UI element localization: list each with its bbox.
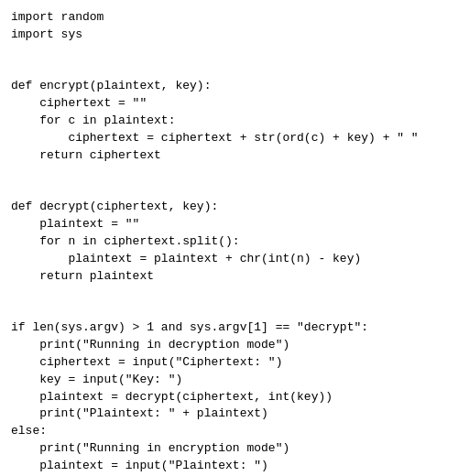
code-viewer: import randomimport sys​​def encrypt(pla… bbox=[0, 0, 458, 476]
code-line: ciphertext = "" bbox=[11, 95, 447, 113]
code-line: ​ bbox=[11, 165, 447, 182]
code-line: def encrypt(plaintext, key): bbox=[11, 78, 447, 95]
code-line: ciphertext = ciphertext + str(ord(c) + k… bbox=[11, 130, 447, 147]
code-line: print("Plaintext: " + plaintext) bbox=[11, 406, 447, 423]
code-line: ​ bbox=[11, 302, 447, 319]
code-line: import random bbox=[11, 9, 447, 27]
code-line: if len(sys.argv) > 1 and sys.argv[1] == … bbox=[11, 319, 447, 337]
code-line: plaintext = input("Plaintext: ") bbox=[11, 458, 447, 475]
code-line: for n in ciphertext.split(): bbox=[11, 233, 447, 251]
code-line: for c in plaintext: bbox=[11, 113, 447, 130]
code-line: def decrypt(ciphertext, key): bbox=[11, 199, 447, 216]
code-line: plaintext = "" bbox=[11, 216, 447, 233]
code-line: ​ bbox=[11, 286, 447, 303]
code-line: ​ bbox=[11, 44, 447, 61]
code-line: ​ bbox=[11, 181, 447, 199]
code-line: import sys bbox=[11, 27, 447, 44]
code-line: return plaintext bbox=[11, 268, 447, 286]
code-line: plaintext = plaintext + chr(int(n) - key… bbox=[11, 251, 447, 268]
code-line: ​ bbox=[11, 61, 447, 79]
code-line: print("Running in decryption mode") bbox=[11, 337, 447, 354]
code-line: print("Running in encryption mode") bbox=[11, 440, 447, 458]
code-line: ciphertext = input("Ciphertext: ") bbox=[11, 354, 447, 372]
code-line: return ciphertext bbox=[11, 147, 447, 165]
code-line: plaintext = decrypt(ciphertext, int(key)… bbox=[11, 389, 447, 406]
code-line: else: bbox=[11, 423, 447, 440]
code-line: key = input("Key: ") bbox=[11, 372, 447, 389]
